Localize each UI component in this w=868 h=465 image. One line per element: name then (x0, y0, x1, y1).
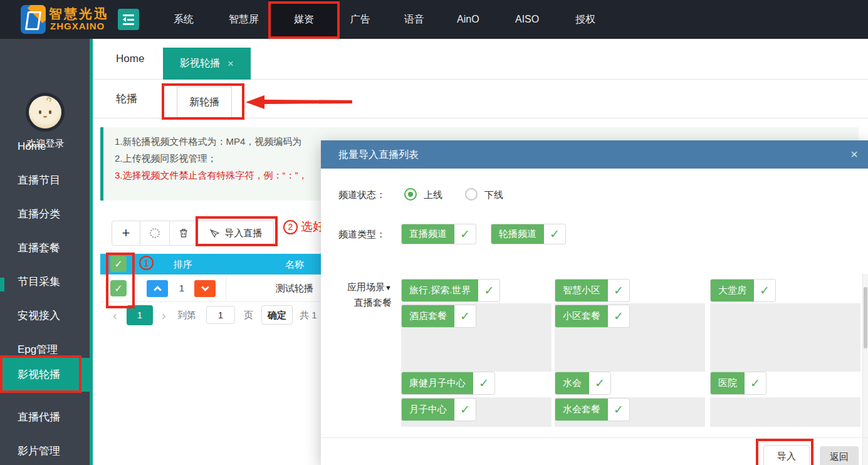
chip-label: 大堂房 (711, 280, 754, 301)
prev-page-icon[interactable]: ‹ (113, 305, 117, 325)
close-icon[interactable]: × (850, 140, 858, 169)
jump-suffix-label: 页 (244, 305, 253, 325)
nav-item-license[interactable]: 授权 (575, 0, 595, 39)
subtab-new-carousel[interactable]: 新轮播 (177, 86, 232, 118)
modal-back-button[interactable]: 返回 (820, 446, 859, 465)
chip-label: 轮播频道 (491, 224, 544, 244)
sidebar-item-home[interactable]: Home (0, 130, 91, 164)
chip-spa-package[interactable]: 水会套餐✓ (555, 398, 630, 421)
scene-sublabel: 直播套餐 (335, 295, 392, 310)
check-icon: ✓ (608, 305, 629, 327)
chip-label: 医院 (711, 372, 745, 394)
page-number-button[interactable]: 1 (127, 305, 153, 325)
check-icon: ✓ (454, 399, 476, 421)
menu-icon (123, 14, 134, 16)
sidebar-item-film-management[interactable]: 影片管理 (0, 434, 91, 465)
page-jump-input[interactable] (206, 306, 235, 324)
sidebar-item-live-programs[interactable]: 直播节目 (0, 164, 91, 197)
chevron-down-icon (201, 283, 209, 291)
tab-video-carousel[interactable]: 影视轮播 × (163, 48, 251, 80)
chip-live-channel[interactable]: 直播频道 ✓ (401, 224, 476, 244)
add-button[interactable]: + (112, 221, 140, 246)
chip-label: 康健月子中心 (402, 372, 473, 394)
move-up-button[interactable] (147, 280, 168, 297)
import-live-label: 导入直播 (225, 227, 263, 239)
modal-header: 批量导入直播列表 × (321, 140, 868, 169)
move-down-button[interactable] (194, 280, 216, 297)
row-checkbox[interactable]: ✓ (110, 280, 127, 296)
nav-item-aino[interactable]: AinO (457, 0, 479, 39)
app-window: 智慧光迅 ZHGXAINO 系统 智慧屏 媒资 广告 语音 AinO AISO … (0, 0, 868, 465)
nav-item-aiso[interactable]: AISO (515, 0, 539, 39)
scene-label: 应用场景▼ 直播套餐 (335, 280, 392, 310)
chip-label: 智慧小区 (555, 280, 608, 301)
annotation-number-2: 2 (283, 220, 298, 234)
brand-subtitle: ZHGXAINO (50, 21, 105, 31)
table-toolbar: + 导入直播 (112, 221, 274, 246)
chip-label: 酒店套餐 (402, 305, 454, 327)
check-icon: ✓ (589, 372, 610, 394)
menu-icon (123, 23, 134, 25)
sidebar-toggle-button[interactable] (118, 9, 139, 30)
sidebar-item-video-carousel[interactable]: 影视轮播 (0, 358, 93, 392)
chevron-up-icon (154, 286, 162, 294)
brand-logo-icon (21, 5, 46, 34)
delete-button[interactable] (169, 221, 198, 246)
subtab-carousel[interactable]: 轮播 (116, 80, 137, 118)
scene-label-text: 应用场景 (347, 281, 385, 292)
row-order-value: 1 (174, 274, 189, 302)
loading-icon (150, 228, 160, 238)
chip-kangjian-confinement-center[interactable]: 康健月子中心✓ (401, 372, 495, 395)
refresh-button[interactable] (140, 221, 170, 246)
chip-travel-explore-world[interactable]: 旅行.探索.世界✓ (401, 279, 500, 302)
nav-item-system[interactable]: 系统 (174, 0, 194, 39)
radio-online[interactable] (404, 188, 417, 201)
radio-offline[interactable] (465, 188, 478, 201)
chip-label: 月子中心 (402, 399, 454, 421)
chip-hospital[interactable]: 医院✓ (710, 372, 766, 395)
next-page-icon[interactable]: › (162, 305, 166, 325)
sidebar-item-anshi-access[interactable]: 安视接入 (0, 299, 91, 333)
sidebar-item-live-categories[interactable]: 直播分类 (0, 197, 91, 231)
chip-smart-community[interactable]: 智慧小区✓ (555, 279, 630, 302)
chip-carousel-channel[interactable]: 轮播频道 ✓ (491, 224, 566, 244)
nav-item-smartscreen[interactable]: 智慧屏 (229, 0, 259, 39)
column-divider (226, 274, 226, 302)
caret-down-icon: ▼ (385, 284, 392, 291)
chip-label: 直播频道 (402, 224, 454, 244)
close-icon[interactable]: × (227, 58, 234, 70)
modal-footer-divider (321, 437, 868, 438)
scrollbar-thumb[interactable] (864, 287, 867, 348)
chip-community-package[interactable]: 小区套餐✓ (555, 305, 630, 328)
send-icon (209, 228, 220, 239)
nav-item-media[interactable]: 媒资 (268, 0, 340, 39)
chip-label: 小区套餐 (555, 305, 608, 327)
top-navbar: 智慧光迅 ZHGXAINO 系统 智慧屏 媒资 广告 语音 AinO AISO … (0, 0, 868, 39)
chip-label: 水会 (555, 372, 589, 394)
radio-online-label: 上线 (424, 189, 442, 201)
plus-icon: + (122, 225, 130, 241)
chip-confinement-center[interactable]: 月子中心✓ (401, 398, 476, 421)
confirm-page-button[interactable]: 确定 (261, 305, 293, 325)
chip-label: 水会套餐 (555, 399, 608, 421)
scene-cell-band (710, 397, 860, 427)
trash-icon (178, 227, 189, 239)
tab-label: 影视轮播 (180, 57, 220, 70)
tab-home[interactable]: Home (116, 39, 144, 79)
chip-hotel-package[interactable]: 酒店套餐✓ (401, 305, 476, 328)
chip-lobby-room[interactable]: 大堂房✓ (710, 279, 776, 302)
check-icon: ✓ (544, 224, 565, 244)
sidebar-item-program-capture[interactable]: 节目采集 (0, 265, 91, 299)
sidebar-item-live-relay[interactable]: 直播代播 (0, 400, 91, 434)
sidebar-item-live-packages[interactable]: 直播套餐 (0, 231, 91, 265)
chip-spa[interactable]: 水会✓ (555, 372, 611, 395)
nav-item-voice[interactable]: 语音 (404, 0, 424, 39)
nav-item-ads[interactable]: 广告 (350, 0, 370, 39)
import-live-button[interactable]: 导入直播 (197, 221, 274, 246)
total-count-label: 共 1 (300, 305, 317, 325)
modal-import-button[interactable]: 导入 (763, 445, 810, 465)
sidebar-scroll-notch (0, 278, 4, 291)
menu-collapse-icon (123, 19, 134, 21)
select-all-checkbox[interactable]: ✓ (110, 256, 127, 272)
sidebar-accent-strip (90, 39, 93, 465)
